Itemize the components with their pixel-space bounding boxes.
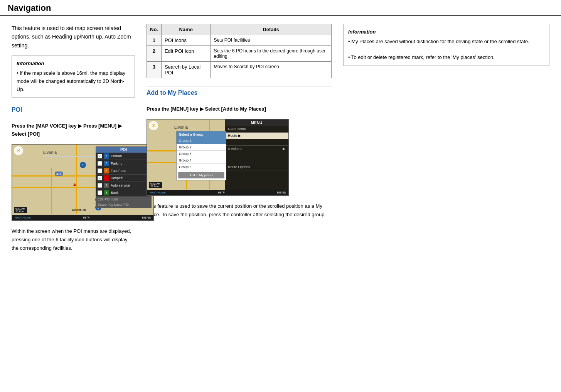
label-autoservice: Auto service: [111, 183, 130, 187]
intro-text: This feature is used to set map screen r…: [12, 24, 135, 50]
add-screenshot: Livonia 🧭 ▲ 6:42 AM22.6 mi Select a Grou…: [147, 119, 289, 196]
poi-bottom-bar: NAVI Home 68°F MENU: [12, 215, 153, 220]
col-name: Name: [161, 24, 210, 35]
label-hospital: Hospital: [111, 176, 123, 180]
row2-no: 2: [147, 46, 162, 62]
menu-item-blank: [225, 139, 288, 146]
group-popup: Select a Group Group 1 Group 2 Group 3 G…: [176, 131, 226, 180]
road-v2: [76, 145, 77, 214]
road-h1: [12, 175, 98, 177]
menu-item-navihome[interactable]: NAVI Home: [225, 126, 288, 133]
info-box-left: Information • If the map scale is above …: [12, 56, 135, 98]
add-bottom-text: This feature is used to save the current…: [147, 202, 332, 219]
right-column: Information • My Places are saved withou…: [343, 24, 549, 252]
nav-icon: 🧭: [14, 146, 23, 155]
livonia-label: Livonia: [43, 150, 57, 155]
icon-autoservice: A: [104, 183, 109, 188]
poi-bottom-text: Within the screen when the POI menus are…: [12, 227, 135, 252]
add-temp-label: 68°F: [218, 191, 225, 194]
row2-name: Edit POI Icon: [161, 46, 210, 62]
page-title: Navigation: [8, 3, 51, 13]
left-column: This feature is used to set map screen r…: [12, 24, 135, 252]
page-header: Navigation: [0, 0, 561, 16]
add-bottom-bar: NAVI Home 68°F MENU: [147, 190, 288, 195]
right-bullet-2: • To edit or delete registered mark, ref…: [348, 54, 544, 62]
table-row: 2 Edit POI Icon Sets the 6 POI icons to …: [147, 46, 332, 62]
icon-fastfood: F: [104, 168, 109, 173]
menu-overlay-title: MENU: [225, 119, 288, 126]
dexter-label: Dexter, MI: [72, 208, 86, 212]
add-menu-label[interactable]: MENU: [277, 191, 286, 194]
volume-label: n Volume: [228, 147, 243, 151]
add-nav-icon: 🧭: [149, 121, 158, 130]
navi-home-label[interactable]: NAVI Home: [15, 216, 31, 219]
add-time-badge: 6:42 AM22.6 mi: [149, 182, 162, 188]
col-details: Details: [211, 24, 332, 35]
poi-table: No. Name Details 1 POI Icons Sets POI fa…: [147, 24, 332, 78]
add-livonia-label: Livonia: [174, 125, 188, 130]
label-bank: Bank: [111, 191, 119, 195]
poi-item-autoservice[interactable]: A Auto service: [96, 182, 151, 189]
middle-column: No. Name Details 1 POI Icons Sets POI fa…: [147, 24, 332, 252]
poi-item-parking[interactable]: P Parking: [96, 160, 151, 167]
poi-item-korean[interactable]: ✓ K Korean: [96, 153, 151, 160]
add-myplaces-heading: Add to My Places: [147, 89, 332, 96]
search-local-poi-action[interactable]: Search by Local POI: [96, 202, 151, 207]
info-bullet-1: • If the map scale is above 16mi, the ma…: [17, 69, 130, 93]
col-no: No.: [147, 24, 162, 35]
highway-badge: 275: [55, 172, 63, 176]
row2-details: Sets the 6 POI icons to the desired genr…: [211, 46, 332, 62]
row1-details: Sets POI facilities: [211, 35, 332, 46]
row1-name: POI Icons: [161, 35, 210, 46]
menu-item-volume[interactable]: n Volume ▶: [225, 146, 288, 152]
add-screenshot-container: Livonia 🧭 ▲ 6:42 AM22.6 mi Select a Grou…: [147, 119, 332, 196]
poi-item-fastfood[interactable]: F Fast Food: [96, 167, 151, 175]
right-bullet-1: • My Places are saved without distinctio…: [348, 38, 544, 46]
check-fastfood[interactable]: [98, 168, 102, 173]
menu-item-route[interactable]: Route ▶: [225, 133, 288, 139]
group5-item[interactable]: Group 5: [177, 164, 226, 170]
row1-no: 1: [147, 35, 162, 46]
badge-1: 1: [80, 162, 86, 168]
label-fastfood: Fast Food: [111, 169, 126, 173]
row3-details: Moves to Search by POI screen: [211, 62, 332, 78]
group2-item[interactable]: Group 2: [177, 144, 226, 151]
group4-item[interactable]: Group 4: [177, 157, 226, 164]
poi-item-bank[interactable]: $ Bank: [96, 189, 151, 197]
info-box-right: Information • My Places are saved withou…: [343, 24, 549, 66]
table-row: 1 POI Icons Sets POI facilities: [147, 35, 332, 46]
add-to-myplaces-btn[interactable]: Add to My places: [178, 172, 224, 178]
road-h2: [12, 187, 98, 188]
icon-parking: P: [104, 161, 109, 166]
check-korean[interactable]: ✓: [98, 154, 102, 158]
temp-label-poi: 68°F: [83, 216, 90, 219]
icon-hospital: H: [104, 175, 109, 181]
poi-instruction: Press the [MAP VOICE] key ▶ Press [MENU]…: [12, 122, 135, 138]
icon-korean: K: [104, 153, 109, 159]
icon-bank: $: [104, 190, 109, 195]
check-parking[interactable]: [98, 161, 102, 166]
edit-poi-action[interactable]: Edit POI Icon: [96, 197, 151, 202]
group1-item[interactable]: Group 1: [177, 138, 226, 144]
poi-screenshot-container: 275 Livonia 🧭 1 2 3 ▲ 6:41 AM22.6 mi POI: [12, 144, 135, 221]
section-divider-myplaces2: [147, 102, 332, 102]
group3-item[interactable]: Group 3: [177, 151, 226, 157]
poi-heading: POI: [12, 106, 135, 113]
poi-screenshot: 275 Livonia 🧭 1 2 3 ▲ 6:41 AM22.6 mi POI: [12, 144, 154, 221]
poi-overlay-header: POI: [96, 147, 151, 153]
poi-item-hospital[interactable]: ✓ H Hospital: [96, 175, 151, 182]
myplaces-instruction: Press the [MENU] key ▶ Select [Add to My…: [147, 105, 332, 113]
menu-label-poi[interactable]: MENU: [142, 216, 151, 219]
check-hospital[interactable]: ✓: [98, 176, 102, 180]
table-row: 3 Search by Local POI Moves to Search by…: [147, 62, 332, 78]
volume-arrow: ▶: [283, 147, 285, 151]
check-bank[interactable]: [98, 190, 102, 195]
poi-overlay: POI ✓ K Korean P Parking F Fast Foo: [96, 146, 152, 208]
add-navi-home-label[interactable]: NAVI Home: [150, 191, 166, 194]
check-autoservice[interactable]: [98, 183, 102, 188]
section-divider-poi2: [12, 119, 135, 119]
menu-item-routeoptions[interactable]: Route Options: [225, 164, 288, 170]
row3-name: Search by Local POI: [161, 62, 210, 78]
road-h3: [43, 156, 98, 157]
time-badge: 6:41 AM22.6 mi: [14, 207, 27, 213]
